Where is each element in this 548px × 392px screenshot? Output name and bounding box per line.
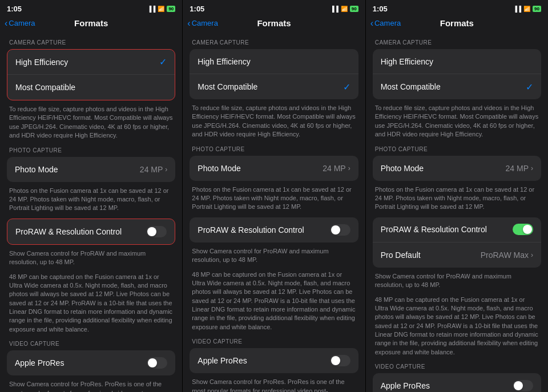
section-label-video-1: VIDEO CAPTURE	[9, 341, 175, 347]
status-bar-1: 1:05 ▐▐ 📶 90	[0, 0, 182, 16]
prores-toggle-knob-2	[331, 356, 340, 365]
wifi-icon-2: 📶	[341, 6, 348, 12]
back-label-3: Camera	[374, 19, 401, 27]
photo-mode-row-3[interactable]: Photo Mode 24 MP ›	[373, 156, 541, 181]
proraw-row-2[interactable]: ProRAW & Resolution Control	[190, 217, 358, 243]
proraw-group-1: ProRAW & Resolution Control	[7, 219, 175, 245]
section-label-camera-1: CAMERA CAPTURE	[9, 39, 175, 46]
status-time-2: 1:05	[190, 5, 204, 13]
back-chevron-3: ‹	[370, 19, 373, 28]
signal-icon-2: ▐▐	[331, 6, 339, 12]
proraw-toggle-knob-3	[523, 225, 532, 234]
nav-bar-2: ‹ Camera Formats	[183, 16, 365, 33]
proraw-desc-2: Show Camera control for ProRAW and maxim…	[192, 247, 356, 265]
section-label-photo-1: PHOTO CAPTURE	[9, 147, 175, 153]
status-bar-2: 1:05 ▐▐ 📶 90	[183, 0, 365, 16]
pro-default-chevron-3: ›	[531, 251, 533, 259]
nav-back-2[interactable]: ‹ Camera	[187, 19, 218, 28]
proraw-desc-1: Show Camera control for ProRAW and maxim…	[9, 249, 173, 267]
photo-mode-chevron-2: ›	[348, 164, 350, 172]
most-compatible-check-2: ✓	[343, 82, 350, 92]
prores-label-2: Apple ProRes	[198, 356, 247, 365]
camera-capture-group-2: High Efficiency Most Compatible ✓	[190, 49, 358, 99]
high-efficiency-row-2[interactable]: High Efficiency	[190, 49, 358, 74]
status-icons-3: ▐▐ 📶 90	[513, 6, 541, 12]
proraw-group-2: ProRAW & Resolution Control	[190, 217, 358, 243]
section-label-camera-2: CAMERA CAPTURE	[192, 39, 358, 46]
high-efficiency-row-1[interactable]: High Efficiency ✓	[7, 50, 175, 75]
prores-toggle-3[interactable]	[513, 380, 533, 391]
proraw-toggle-knob-1	[147, 227, 156, 236]
proraw-extended-1: 48 MP can be captured on the Fusion came…	[9, 273, 173, 334]
status-time-1: 1:05	[7, 5, 22, 13]
proraw-toggle-2[interactable]	[330, 224, 350, 236]
content-1[interactable]: CAMERA CAPTURE High Efficiency ✓ Most Co…	[0, 33, 182, 392]
video-group-2: Apple ProRes	[190, 348, 358, 373]
section-label-video-2: VIDEO CAPTURE	[192, 338, 358, 345]
content-3[interactable]: CAMERA CAPTURE High Efficiency Most Comp…	[366, 33, 548, 392]
section-label-photo-3: PHOTO CAPTURE	[375, 146, 541, 152]
photo-mode-label-1: Photo Mode	[15, 165, 58, 174]
proraw-toggle-knob-2	[331, 225, 340, 235]
pro-default-row-3[interactable]: Pro Default ProRAW Max ›	[373, 243, 541, 268]
battery-badge-1: 90	[167, 6, 175, 12]
prores-desc-1: Show Camera control for ProRes. ProRes i…	[9, 380, 173, 392]
photo-mode-row-1[interactable]: Photo Mode 24 MP ›	[7, 157, 175, 182]
prores-row-1[interactable]: Apple ProRes	[7, 350, 175, 375]
section-label-video-3: VIDEO CAPTURE	[375, 363, 541, 370]
pro-default-val-3: ProRAW Max	[481, 250, 529, 260]
prores-row-3[interactable]: Apple ProRes	[373, 373, 541, 392]
screen-3: 1:05 ▐▐ 📶 90 ‹ Camera Formats CAMERA CAP…	[366, 0, 548, 392]
photo-mode-group-1: Photo Mode 24 MP ›	[7, 157, 175, 182]
photo-mode-label-3: Photo Mode	[381, 164, 424, 173]
most-compatible-row-2[interactable]: Most Compatible ✓	[190, 74, 358, 99]
most-compatible-row-1[interactable]: Most Compatible	[7, 75, 175, 100]
proraw-label-1: ProRAW & Resolution Control	[15, 227, 122, 236]
high-efficiency-check-1: ✓	[159, 56, 167, 67]
screens-container: 1:05 ▐▐ 📶 90 ‹ Camera Formats CAMERA CAP…	[0, 0, 548, 392]
battery-badge-3: 90	[533, 6, 541, 12]
prores-label-1: Apple ProRes	[15, 358, 64, 367]
status-icons-1: ▐▐ 📶 90	[147, 6, 175, 12]
proraw-row-3[interactable]: ProRAW & Resolution Control	[373, 217, 541, 243]
high-efficiency-row-3[interactable]: High Efficiency	[373, 49, 541, 74]
prores-desc-2: Show Camera control for ProRes. ProRes i…	[192, 378, 356, 392]
photo-mode-group-3: Photo Mode 24 MP ›	[373, 156, 541, 181]
most-compatible-row-3[interactable]: Most Compatible ✓	[373, 74, 541, 99]
photo-mode-value-3: 24 MP ›	[506, 164, 533, 173]
prores-toggle-knob-1	[148, 358, 157, 367]
prores-toggle-2[interactable]	[330, 355, 350, 366]
back-chevron-1: ‹	[5, 19, 7, 28]
proraw-label-2: ProRAW & Resolution Control	[198, 225, 304, 235]
proraw-toggle-1[interactable]	[146, 226, 167, 237]
prores-toggle-1[interactable]	[147, 357, 167, 369]
battery-badge-2: 90	[350, 6, 358, 12]
status-time-3: 1:05	[373, 5, 388, 13]
nav-back-3[interactable]: ‹ Camera	[370, 19, 401, 28]
most-compatible-label-3: Most Compatible	[381, 82, 441, 91]
photo-desc-2: Photos on the Fusion camera at 1x can be…	[192, 185, 356, 212]
status-bar-3: 1:05 ▐▐ 📶 90	[366, 0, 548, 16]
camera-capture-group-3: High Efficiency Most Compatible ✓	[373, 49, 541, 99]
nav-back-1[interactable]: ‹ Camera	[5, 19, 35, 28]
photo-mode-row-2[interactable]: Photo Mode 24 MP ›	[190, 156, 358, 181]
content-2[interactable]: CAMERA CAPTURE High Efficiency Most Comp…	[183, 33, 365, 392]
photo-mode-label-2: Photo Mode	[198, 164, 241, 173]
section-label-camera-3: CAMERA CAPTURE	[375, 39, 541, 46]
wifi-icon-3: 📶	[523, 6, 530, 12]
camera-capture-group-1: High Efficiency ✓ Most Compatible	[7, 49, 175, 100]
video-group-1: Apple ProRes	[7, 350, 175, 375]
photo-mode-mp-1: 24 MP	[140, 165, 163, 174]
most-compatible-label-2: Most Compatible	[198, 82, 257, 91]
proraw-toggle-3[interactable]	[513, 224, 533, 235]
photo-mode-chevron-1: ›	[165, 165, 167, 173]
screen-2: 1:05 ▐▐ 📶 90 ‹ Camera Formats CAMERA CAP…	[183, 0, 365, 392]
prores-row-2[interactable]: Apple ProRes	[190, 348, 358, 373]
camera-desc-2: To reduce file size, capture photos and …	[192, 104, 356, 139]
photo-mode-value-1: 24 MP ›	[140, 165, 167, 174]
proraw-row-1[interactable]: ProRAW & Resolution Control	[7, 219, 175, 244]
photo-desc-3: Photos on the Fusion camera at 1x can be…	[375, 185, 539, 212]
proraw-group-3: ProRAW & Resolution Control Pro Default …	[373, 217, 541, 268]
camera-desc-1: To reduce file size, capture photos and …	[9, 105, 173, 140]
photo-desc-1: Photos on the Fusion camera at 1x can be…	[9, 187, 173, 213]
